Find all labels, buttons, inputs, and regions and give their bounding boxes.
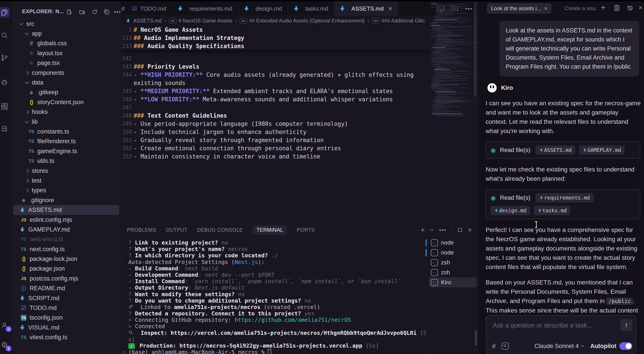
explorer-icon[interactable] bbox=[0, 7, 10, 18]
tree-file--gitignore[interactable]: ◆.gitignore bbox=[12, 195, 120, 205]
tree-file--gitkeep[interactable]: ◆.gitkeep bbox=[12, 88, 120, 97]
tree-file-vitest-config-ts[interactable]: TSvitest.config.ts bbox=[12, 333, 120, 342]
new-terminal-icon[interactable]: + bbox=[420, 226, 425, 234]
code-editor[interactable]: 242243### Priority Levels244- **HIGH PRI… bbox=[120, 25, 430, 224]
chat-close-icon[interactable]: × bbox=[638, 3, 643, 12]
terminal-session-node[interactable]: ›_node bbox=[429, 238, 477, 248]
accounts-icon[interactable]: ✓ bbox=[0, 320, 10, 331]
kiro-chat-icon[interactable] bbox=[0, 123, 10, 134]
close-panel-icon[interactable]: × bbox=[468, 226, 472, 234]
tree-file-storycontent-json[interactable]: {}storyContent.json bbox=[12, 97, 120, 107]
tree-file-script-md[interactable]: SCRIPT.md bbox=[12, 293, 120, 303]
extensions-icon[interactable] bbox=[0, 101, 10, 112]
tree-file-gameplay-md[interactable]: GAMEPLAY.md bbox=[12, 225, 120, 234]
minimap[interactable] bbox=[430, 3, 473, 202]
search-icon[interactable] bbox=[0, 30, 10, 41]
chat-tab-close-icon[interactable]: × bbox=[544, 5, 548, 12]
tree-folder-data[interactable]: data bbox=[12, 78, 120, 87]
attach-image-icon[interactable] bbox=[502, 343, 508, 350]
terminal-output[interactable]: ? Link to existing project? no? What's y… bbox=[128, 240, 424, 354]
file-chip-assets-md[interactable]: ASSETS.md bbox=[536, 145, 575, 155]
tree-file-eslint-config-mjs[interactable]: JSeslint.config.mjs bbox=[12, 215, 120, 225]
tree-folder-app[interactable]: app bbox=[12, 29, 120, 38]
tree-file-filerenderer-ts[interactable]: TSfileRenderer.ts bbox=[12, 137, 120, 146]
panel-tab-ports[interactable]: PORTS bbox=[297, 227, 315, 233]
run-debug-icon[interactable] bbox=[0, 77, 10, 87]
new-chat-icon[interactable]: + bbox=[601, 3, 606, 12]
terminal-session-kiro[interactable]: ›_Kiro bbox=[429, 277, 477, 287]
task-list-icon[interactable] bbox=[613, 4, 620, 13]
file-chip-gameplay-md[interactable]: GAMEPLAY.md bbox=[579, 145, 624, 155]
tree-file-next-config-ts[interactable]: TSnext.config.ts bbox=[12, 244, 120, 254]
tree-folder-components[interactable]: components bbox=[12, 68, 120, 78]
tree-file-package-lock-json[interactable]: {}package-lock.json bbox=[12, 254, 120, 264]
tree-file-page-tsx[interactable]: ⚛page.tsx bbox=[12, 58, 120, 68]
tree-file-postcss-config-mjs[interactable]: JSpostcss.config.mjs bbox=[12, 274, 120, 283]
settings-icon[interactable]: ⚙ 1 bbox=[0, 340, 10, 350]
terminal-session-zsh[interactable]: ›_zsh bbox=[429, 258, 477, 268]
breadcrumb-item[interactable]: abc## Extended Audio Assets (Optional En… bbox=[240, 18, 364, 24]
tree-file-layout-tsx[interactable]: ⚛layout.tsx bbox=[12, 48, 120, 58]
tsq-file-icon: TS bbox=[20, 315, 28, 321]
refresh-icon[interactable] bbox=[90, 7, 99, 16]
file-chip-tasks-md[interactable]: tasks.md bbox=[534, 206, 570, 215]
terminal-line: > Connecting GitHub repository: https://… bbox=[128, 317, 424, 323]
tree-folder-test[interactable]: test bbox=[12, 176, 120, 185]
tree-folder-stores[interactable]: stores bbox=[12, 166, 120, 176]
history-icon[interactable] bbox=[626, 4, 634, 13]
tree-file-readme-md[interactable]: ⓘREADME.md bbox=[12, 284, 120, 293]
code-text: - **MEDIUM PRIORITY:** Extended ambient … bbox=[134, 88, 393, 94]
collapse-all-icon[interactable] bbox=[102, 7, 111, 16]
new-folder-icon[interactable] bbox=[78, 7, 86, 16]
terminal-scrollbar[interactable] bbox=[475, 330, 477, 346]
file-chip-design-md[interactable]: design.md bbox=[490, 206, 530, 215]
breadcrumb-item[interactable]: ASSETS.md bbox=[126, 18, 162, 24]
tree-folder-src[interactable]: src bbox=[12, 19, 120, 29]
context-hash-icon[interactable]: # bbox=[492, 342, 496, 350]
tree-file-package-json[interactable]: {}package.json bbox=[12, 264, 120, 274]
panel-more-icon[interactable]: ••• bbox=[439, 227, 446, 234]
new-file-icon[interactable] bbox=[65, 7, 74, 16]
panel-tab-terminal[interactable]: TERMINAL bbox=[253, 225, 287, 235]
maximize-panel-icon[interactable] bbox=[458, 228, 462, 232]
breadcrumb-item[interactable]: abc# NecrOS Game Assets bbox=[169, 18, 232, 24]
chat-messages[interactable]: Look at the assets in ASSETS.md in the c… bbox=[478, 17, 644, 313]
tree-file-globals-css[interactable]: #globals.css bbox=[12, 39, 120, 48]
chat-tab-active[interactable]: Look at the assets i... × bbox=[487, 3, 552, 14]
tree-item-label: package.json bbox=[30, 265, 65, 272]
chat-input[interactable]: Ask a question or describe a task... ↑ #… bbox=[486, 315, 636, 354]
file-chip-requirements-md[interactable]: requirements.md bbox=[536, 193, 594, 202]
tree-folder-types[interactable]: types bbox=[12, 186, 120, 195]
tree-file-gameengine-ts[interactable]: TSgameEngine.ts bbox=[12, 146, 120, 156]
breadcrumb-item[interactable]: abc### Additional Glitc bbox=[372, 18, 425, 24]
tree-file-todo-md[interactable]: ☑TODO.md bbox=[12, 303, 120, 313]
tree-file-next-env-d-ts[interactable]: TSnext-env.d.ts bbox=[12, 235, 120, 244]
editor-tab-tasks-md[interactable]: tasks.md bbox=[288, 1, 334, 16]
tree-folder-lib[interactable]: lib bbox=[12, 117, 120, 127]
tree-file-utils-ts[interactable]: TSutils.ts bbox=[12, 156, 120, 166]
terminal-dropdown-icon[interactable] bbox=[430, 227, 434, 231]
tab-close-icon[interactable]: × bbox=[388, 5, 392, 12]
minimap-line bbox=[436, 72, 452, 73]
autopilot-toggle[interactable] bbox=[620, 342, 632, 350]
terminal-session-node[interactable]: ›_node bbox=[429, 248, 477, 258]
panel-tab-debug-console[interactable]: DEBUG CONSOLE bbox=[197, 227, 243, 233]
editor-tab-todo-md[interactable]: ☑TODO.md bbox=[126, 1, 172, 16]
tree-file-tsconfig-json[interactable]: TStsconfig.json bbox=[12, 313, 120, 323]
model-selector[interactable]: Claude Sonnet 4 bbox=[534, 343, 584, 350]
panel-tab-output[interactable]: OUTPUT bbox=[166, 227, 188, 233]
send-button[interactable]: ↑ bbox=[620, 319, 632, 331]
editor-tab-design-md[interactable]: design.md bbox=[238, 1, 288, 16]
editor-tab-requirements-md[interactable]: requirements.md bbox=[172, 1, 238, 16]
tree-file-assets-md[interactable]: ASSETS.md bbox=[13, 205, 119, 215]
editor-tab-overflow-fragment[interactable]: d bbox=[120, 1, 126, 16]
editor-scrollbar[interactable] bbox=[474, 2, 476, 97]
chat-tab-inactive[interactable]: Create a visu bbox=[565, 3, 598, 14]
editor-tab-assets-md[interactable]: ASSETS.md× bbox=[334, 1, 398, 16]
tree-file-visual-md[interactable]: VISUAL.md bbox=[12, 323, 120, 332]
tree-file-constants-ts[interactable]: TSconstants.ts bbox=[12, 127, 120, 136]
panel-tab-problems[interactable]: PROBLEMS bbox=[127, 227, 156, 233]
terminal-session-zsh[interactable]: ›_zsh bbox=[429, 268, 477, 277]
source-control-icon[interactable] bbox=[0, 52, 10, 63]
tree-folder-hooks[interactable]: hooks bbox=[12, 107, 120, 117]
